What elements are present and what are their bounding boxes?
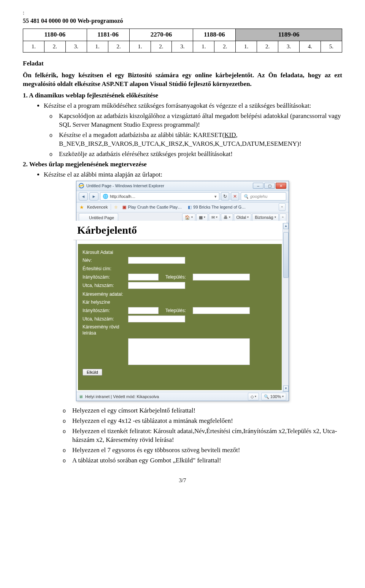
window-title: Untitled Page - Windows Internet Explore… [86, 183, 253, 189]
step2-title: 2. Webes űrlap megjelenésének megtervezé… [23, 160, 342, 169]
c: 1. [236, 41, 257, 52]
refresh-button[interactable]: ↻ [221, 192, 229, 201]
input-telep2[interactable] [193, 307, 250, 314]
label-telep1: Település: [159, 274, 193, 280]
step1-main: Készítse el a program működéséhez szüksé… [44, 102, 342, 159]
input-telep1[interactable] [193, 274, 250, 280]
input-utca2[interactable] [128, 316, 185, 322]
t: Oldal [236, 215, 246, 220]
status-text: Helyi intranet | Védett mód: Kikapcsolva [85, 394, 159, 400]
c: 2. [257, 41, 278, 52]
suggested-sites-icon[interactable]: ☆ [114, 204, 118, 210]
fav-icon-1: ▣ [122, 204, 126, 210]
scroll-down-icon[interactable]: ▼ [283, 386, 289, 392]
zoom-button[interactable]: 🔍 100% ▾ [261, 393, 286, 400]
minimize-button[interactable]: – [253, 183, 263, 189]
vertical-scrollbar[interactable]: ▲ ▼ [282, 223, 289, 392]
fav-item-2[interactable]: ◧ 99 Bricks The legend of G… [186, 204, 247, 211]
maximize-button[interactable]: ▢ [264, 183, 275, 189]
search-provider-icon: 🔍 [243, 194, 249, 199]
globe-icon: 🌐 [103, 193, 108, 199]
input-utca1[interactable] [128, 282, 185, 289]
form-panel: Károsult Adatai Név: Értesítési cím: Irá… [78, 244, 282, 390]
label-leiras: Káresemény rövid leírása [83, 324, 128, 336]
submit-button[interactable]: Elküld [83, 369, 102, 376]
zone-icon: 🖥 [79, 394, 83, 400]
header-colon: : [23, 10, 342, 17]
forward-button[interactable]: ► [89, 192, 98, 201]
step1-sub2: Készítse el a megadott adatbázisba az al… [59, 131, 342, 148]
th3: 2270-06 [129, 29, 193, 41]
label-irsz2: Irányítószám: [83, 308, 128, 314]
page-menu[interactable]: Oldal▾ [234, 214, 252, 221]
label-utca2: Utca, házszám: [83, 316, 128, 322]
th4: 1188-06 [193, 29, 236, 41]
address-bar[interactable]: 🌐 http://localh… ▾ [100, 192, 219, 201]
fav-overflow[interactable]: » [279, 203, 286, 211]
form-section2: Káresemény adatai: [83, 290, 277, 298]
mail-button[interactable]: ✉▾ [209, 214, 220, 221]
c: 1. [129, 41, 151, 52]
close-button[interactable]: ✕ [276, 183, 286, 189]
zoom-value: 100% [270, 394, 281, 400]
module-table: 1180-06 1181-06 2270-06 1188-06 1189-06 … [23, 29, 342, 52]
step1-main-text: Készítse el a program működéséhez szüksé… [44, 102, 311, 109]
zone-button[interactable]: ◇▾ [248, 393, 259, 400]
th1: 1180-06 [23, 29, 87, 41]
post-i3: Helyezzen el tizenkét feliratot: Károsul… [72, 427, 342, 445]
step1-sub1: Kapcsolódjon az adatbázis kiszolgálóhoz … [59, 112, 342, 129]
content-area: Kárbejelentő Károsult Adatai Név: Értesí… [76, 223, 289, 392]
scroll-up-icon[interactable]: ▲ [283, 223, 289, 229]
search-placeholder: googlehu [250, 194, 267, 199]
step2-main: Készítse el az alábbi minta alapján az ű… [44, 171, 342, 179]
t: Készítse el a megadott adatbázisba az al… [59, 131, 224, 139]
home-button[interactable]: 🏠▾ [182, 214, 195, 221]
label-telep2: Település: [159, 308, 193, 314]
c: 4. [299, 41, 321, 52]
favorites-bar: ★ Kedvencek ☆ ▣ Play Crush the Castle Pl… [76, 202, 289, 212]
c: 3. [172, 41, 193, 52]
favorites-label[interactable]: Kedvencek [87, 204, 108, 210]
favorites-star-icon[interactable]: ★ [79, 204, 84, 211]
c: 1. [87, 41, 108, 52]
kid-underline: KID [224, 131, 236, 139]
form-title: Kárbejelentő [73, 221, 286, 240]
input-irsz1[interactable] [128, 274, 159, 280]
print-button[interactable]: 🖶▾ [221, 214, 233, 221]
scroll-thumb[interactable] [283, 232, 289, 278]
label-utca1: Utca, házszám: [83, 282, 128, 288]
fav-item-1[interactable]: ▣ Play Crush the Castle Play… [121, 204, 183, 211]
intro-paragraph: Ön felkérik, hogy készítsen el egy Bizto… [23, 71, 342, 89]
input-irsz2[interactable] [128, 307, 159, 314]
fav-item-2-label: 99 Bricks The legend of G… [193, 204, 246, 210]
c: 3. [65, 41, 87, 52]
label-nev: Név: [83, 257, 128, 263]
safety-menu[interactable]: Biztonság▾ [252, 214, 278, 221]
label-ertcim: Értesítési cím: [83, 266, 128, 272]
address-url: http://localh… [110, 194, 135, 199]
titlebar: Untitled Page - Windows Internet Explore… [76, 181, 289, 191]
c: 2. [214, 41, 236, 52]
c: 5. [321, 41, 342, 52]
post-i5: A táblázat utolsó sorában egy Gombot „El… [72, 456, 342, 465]
input-leiras[interactable] [128, 338, 250, 365]
page-number: 3/7 [23, 476, 342, 484]
step1-sub3: Eszközölje az adatbázis eléréséhez szüks… [59, 150, 342, 159]
fav-item-1-label: Play Crush the Castle Play… [128, 204, 182, 210]
feeds-button[interactable]: ▦▾ [196, 214, 208, 221]
post-i4: Helyezzen el 7 egysoros és egy többsoros… [72, 446, 342, 455]
ie-window: Untitled Page - Windows Internet Explore… [76, 181, 289, 402]
back-button[interactable]: ◄ [79, 192, 88, 201]
input-nev[interactable] [128, 257, 185, 264]
post-i1: Helyezzen el egy címsort Kárbejelntő fel… [72, 406, 342, 415]
c: 2. [44, 41, 65, 52]
chevron-down-icon[interactable]: ▾ [214, 194, 217, 199]
label-irsz1: Irányítószám: [83, 274, 128, 280]
toolbar-overflow[interactable]: » [279, 214, 286, 221]
search-input[interactable]: 🔍 googlehu [241, 192, 286, 201]
stop-button[interactable]: ✕ [231, 192, 239, 201]
header-code: 55 481 04 0000 00 00 Web-programozó [23, 17, 342, 25]
th5: 1189-06 [236, 29, 342, 41]
status-bar: 🖥 Helyi intranet | Védett mód: Kikapcsol… [76, 392, 289, 401]
c: 3. [278, 41, 300, 52]
